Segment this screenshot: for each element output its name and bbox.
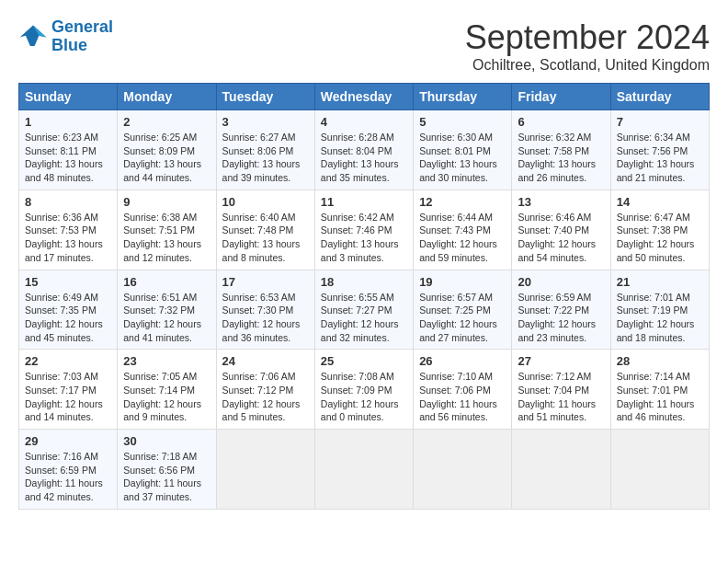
calendar-week-5: 29 Sunrise: 7:16 AM Sunset: 6:59 PM Dayl… [19, 430, 710, 510]
day-info: Sunrise: 6:47 AM Sunset: 7:38 PM Dayligh… [617, 211, 703, 265]
calendar-cell: 10 Sunrise: 6:40 AM Sunset: 7:48 PM Dayl… [216, 190, 314, 270]
calendar-cell: 12 Sunrise: 6:44 AM Sunset: 7:43 PM Dayl… [414, 190, 512, 270]
calendar-week-4: 22 Sunrise: 7:03 AM Sunset: 7:17 PM Dayl… [19, 350, 710, 430]
day-info: Sunrise: 7:03 AM Sunset: 7:17 PM Dayligh… [25, 370, 111, 424]
day-number: 23 [123, 354, 210, 368]
day-info: Sunrise: 6:32 AM Sunset: 7:58 PM Dayligh… [518, 131, 604, 185]
day-number: 10 [222, 195, 309, 209]
day-number: 7 [617, 115, 703, 129]
day-number: 29 [25, 434, 111, 448]
day-number: 9 [123, 195, 210, 209]
day-info: Sunrise: 7:05 AM Sunset: 7:14 PM Dayligh… [123, 370, 210, 424]
day-info: Sunrise: 7:18 AM Sunset: 6:56 PM Dayligh… [123, 450, 210, 504]
calendar-cell [314, 430, 413, 510]
day-header-wednesday: Wednesday [314, 84, 413, 110]
calendar-header-row: SundayMondayTuesdayWednesdayThursdayFrid… [19, 84, 710, 110]
day-number: 2 [123, 115, 210, 129]
calendar-cell: 19 Sunrise: 6:57 AM Sunset: 7:25 PM Dayl… [414, 270, 512, 350]
calendar-cell: 5 Sunrise: 6:30 AM Sunset: 8:01 PM Dayli… [414, 110, 512, 190]
calendar-cell: 1 Sunrise: 6:23 AM Sunset: 8:11 PM Dayli… [19, 110, 118, 190]
day-info: Sunrise: 7:08 AM Sunset: 7:09 PM Dayligh… [321, 370, 407, 424]
calendar-cell: 25 Sunrise: 7:08 AM Sunset: 7:09 PM Dayl… [314, 350, 413, 430]
calendar-week-2: 8 Sunrise: 6:36 AM Sunset: 7:53 PM Dayli… [19, 190, 710, 270]
calendar-cell [512, 430, 610, 510]
day-info: Sunrise: 6:28 AM Sunset: 8:04 PM Dayligh… [321, 131, 407, 185]
calendar-cell [414, 430, 512, 510]
day-number: 13 [518, 195, 604, 209]
calendar-cell: 29 Sunrise: 7:16 AM Sunset: 6:59 PM Dayl… [19, 430, 118, 510]
calendar-cell [216, 430, 314, 510]
day-header-friday: Friday [512, 84, 610, 110]
day-number: 8 [25, 195, 111, 209]
header: General Blue September 2024 Ochiltree, S… [18, 18, 710, 74]
calendar-week-1: 1 Sunrise: 6:23 AM Sunset: 8:11 PM Dayli… [19, 110, 710, 190]
day-number: 27 [518, 354, 604, 368]
calendar-cell: 27 Sunrise: 7:12 AM Sunset: 7:04 PM Dayl… [512, 350, 610, 430]
day-number: 26 [419, 354, 506, 368]
calendar-cell: 9 Sunrise: 6:38 AM Sunset: 7:51 PM Dayli… [118, 190, 216, 270]
day-number: 6 [518, 115, 604, 129]
day-header-sunday: Sunday [19, 84, 118, 110]
day-number: 11 [321, 195, 407, 209]
day-number: 3 [222, 115, 309, 129]
calendar-cell: 11 Sunrise: 6:42 AM Sunset: 7:46 PM Dayl… [314, 190, 413, 270]
day-info: Sunrise: 6:34 AM Sunset: 7:56 PM Dayligh… [617, 131, 703, 185]
month-title: September 2024 [465, 18, 710, 57]
day-number: 22 [25, 354, 111, 368]
day-header-thursday: Thursday [414, 84, 512, 110]
calendar-cell: 26 Sunrise: 7:10 AM Sunset: 7:06 PM Dayl… [414, 350, 512, 430]
day-number: 24 [222, 354, 309, 368]
day-info: Sunrise: 7:16 AM Sunset: 6:59 PM Dayligh… [25, 450, 111, 504]
calendar-cell: 8 Sunrise: 6:36 AM Sunset: 7:53 PM Dayli… [19, 190, 118, 270]
day-number: 15 [25, 275, 111, 289]
calendar-cell: 13 Sunrise: 6:46 AM Sunset: 7:40 PM Dayl… [512, 190, 610, 270]
calendar-week-3: 15 Sunrise: 6:49 AM Sunset: 7:35 PM Dayl… [19, 270, 710, 350]
calendar-cell: 23 Sunrise: 7:05 AM Sunset: 7:14 PM Dayl… [118, 350, 216, 430]
day-info: Sunrise: 6:55 AM Sunset: 7:27 PM Dayligh… [321, 291, 407, 345]
day-info: Sunrise: 6:57 AM Sunset: 7:25 PM Dayligh… [419, 291, 506, 345]
calendar-cell: 6 Sunrise: 6:32 AM Sunset: 7:58 PM Dayli… [512, 110, 610, 190]
day-info: Sunrise: 6:49 AM Sunset: 7:35 PM Dayligh… [25, 291, 111, 345]
day-info: Sunrise: 6:40 AM Sunset: 7:48 PM Dayligh… [222, 211, 309, 265]
day-info: Sunrise: 7:01 AM Sunset: 7:19 PM Dayligh… [617, 291, 703, 345]
calendar-body: 1 Sunrise: 6:23 AM Sunset: 8:11 PM Dayli… [19, 110, 710, 510]
day-info: Sunrise: 7:14 AM Sunset: 7:01 PM Dayligh… [617, 370, 703, 424]
day-header-tuesday: Tuesday [216, 84, 314, 110]
day-info: Sunrise: 7:12 AM Sunset: 7:04 PM Dayligh… [518, 370, 604, 424]
calendar-cell: 15 Sunrise: 6:49 AM Sunset: 7:35 PM Dayl… [19, 270, 118, 350]
day-info: Sunrise: 6:30 AM Sunset: 8:01 PM Dayligh… [419, 131, 506, 185]
calendar-cell: 18 Sunrise: 6:55 AM Sunset: 7:27 PM Dayl… [314, 270, 413, 350]
day-header-monday: Monday [118, 84, 216, 110]
day-info: Sunrise: 6:38 AM Sunset: 7:51 PM Dayligh… [123, 211, 210, 265]
day-number: 12 [419, 195, 506, 209]
day-info: Sunrise: 7:06 AM Sunset: 7:12 PM Dayligh… [222, 370, 309, 424]
calendar-cell: 22 Sunrise: 7:03 AM Sunset: 7:17 PM Dayl… [19, 350, 118, 430]
calendar-cell: 30 Sunrise: 7:18 AM Sunset: 6:56 PM Dayl… [118, 430, 216, 510]
logo: General Blue [18, 18, 113, 55]
logo-text: General Blue [51, 18, 113, 55]
calendar-cell [610, 430, 709, 510]
title-area: September 2024 Ochiltree, Scotland, Unit… [465, 18, 710, 74]
day-header-saturday: Saturday [610, 84, 709, 110]
day-number: 4 [321, 115, 407, 129]
day-info: Sunrise: 6:23 AM Sunset: 8:11 PM Dayligh… [25, 131, 111, 185]
day-number: 14 [617, 195, 703, 209]
day-number: 5 [419, 115, 506, 129]
day-info: Sunrise: 6:42 AM Sunset: 7:46 PM Dayligh… [321, 211, 407, 265]
calendar-cell: 17 Sunrise: 6:53 AM Sunset: 7:30 PM Dayl… [216, 270, 314, 350]
calendar-cell: 16 Sunrise: 6:51 AM Sunset: 7:32 PM Dayl… [118, 270, 216, 350]
day-info: Sunrise: 6:36 AM Sunset: 7:53 PM Dayligh… [25, 211, 111, 265]
day-number: 16 [123, 275, 210, 289]
calendar-cell: 28 Sunrise: 7:14 AM Sunset: 7:01 PM Dayl… [610, 350, 709, 430]
day-number: 18 [321, 275, 407, 289]
calendar-cell: 7 Sunrise: 6:34 AM Sunset: 7:56 PM Dayli… [610, 110, 709, 190]
day-number: 1 [25, 115, 111, 129]
day-info: Sunrise: 6:25 AM Sunset: 8:09 PM Dayligh… [123, 131, 210, 185]
day-number: 28 [617, 354, 703, 368]
day-number: 19 [419, 275, 506, 289]
day-number: 30 [123, 434, 210, 448]
day-info: Sunrise: 6:53 AM Sunset: 7:30 PM Dayligh… [222, 291, 309, 345]
logo-icon [18, 24, 48, 50]
day-number: 17 [222, 275, 309, 289]
day-number: 25 [321, 354, 407, 368]
